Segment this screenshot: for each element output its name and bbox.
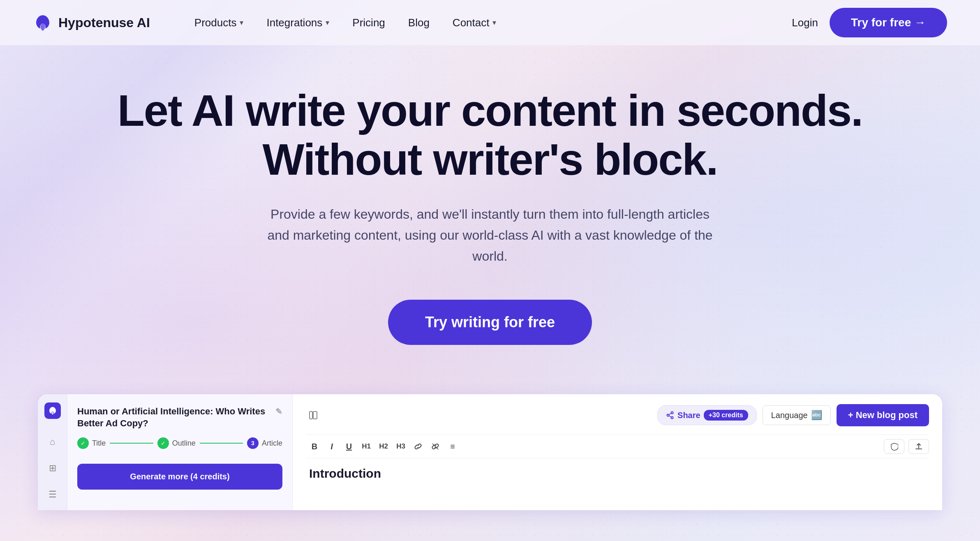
underline-button[interactable]: U [340,439,358,454]
login-link[interactable]: Login [780,13,830,32]
step-line-1 [110,443,153,444]
share-icon [666,411,674,419]
edit-icon[interactable]: ✎ [275,407,282,416]
language-icon: 🔤 [811,410,822,421]
step-line-2 [200,443,243,444]
svg-point-3 [671,417,673,419]
credits-badge: +30 credits [704,410,748,421]
sidebar-toggle-button[interactable] [306,408,321,423]
chevron-down-icon: ▾ [240,18,243,27]
step-title: ✓ Title [77,437,106,449]
progress-steps: ✓ Title ✓ Outline 3 Article [77,437,282,449]
nav-item-blog[interactable]: Blog [397,13,441,32]
svg-point-4 [667,414,669,416]
link-button[interactable] [409,439,427,454]
chevron-down-icon: ▾ [326,18,329,27]
logo-link[interactable]: Hypotenuse AI [33,13,150,32]
nav-links: Products ▾ Integrations ▾ Pricing Blog C… [183,13,780,32]
svg-rect-1 [313,412,317,419]
editor-format-bar: B I U H1 H2 H3 [306,435,929,458]
nav-item-products[interactable]: Products ▾ [183,13,255,32]
shield-button[interactable] [884,439,904,454]
chevron-down-icon: ▾ [492,18,496,27]
doc-title-text: Human or Artificial Intelligence: Who Wr… [77,406,270,429]
step-number: 3 [247,437,259,449]
step-outline: ✓ Outline [157,437,196,449]
language-button[interactable]: Language 🔤 [763,405,831,425]
svg-rect-0 [310,412,312,419]
list-button[interactable]: ≡ [444,439,461,454]
svg-point-2 [671,412,673,414]
nav-item-pricing[interactable]: Pricing [341,13,396,32]
step-check-icon: ✓ [77,437,89,449]
h2-button[interactable]: H2 [375,439,392,454]
hero-try-writing-button[interactable]: Try writing for free [388,300,592,345]
sidebar-logo-icon [48,406,58,416]
svg-line-5 [669,413,671,415]
share-button[interactable]: Share +30 credits [657,405,757,425]
editor-toolbar-left [306,408,321,423]
hero-background: Hypotenuse AI Products ▾ Integrations ▾ … [0,0,980,541]
demo-right-panel: Share +30 credits Language 🔤 + New blog … [293,394,942,510]
bold-button[interactable]: B [306,439,323,454]
document-area: Human or Artificial Intelligence: Who Wr… [67,394,292,510]
step-outline-label: Outline [172,439,196,448]
editor-heading: Introduction [309,467,926,481]
step-article-label: Article [262,439,282,448]
logo-text: Hypotenuse AI [58,15,150,30]
sidebar-item-layers[interactable]: ⊞ [45,461,60,476]
sidebar-logo [44,402,61,419]
sidebar: ⌂ ⊞ ☰ [38,394,67,510]
demo-card: ⌂ ⊞ ☰ Human or Artificial Intelligence: … [38,394,942,510]
hero-title: Let AI write your content in seconds. Wi… [33,86,947,184]
demo-section: ⌂ ⊞ ☰ Human or Artificial Intelligence: … [0,370,980,510]
demo-left-panel: ⌂ ⊞ ☰ Human or Artificial Intelligence: … [38,394,293,510]
hero-subtitle: Provide a few keywords, and we'll instan… [264,204,716,267]
new-blog-post-button[interactable]: + New blog post [837,404,929,426]
nav-item-contact[interactable]: Contact ▾ [441,13,508,32]
svg-line-6 [669,416,671,417]
h1-button[interactable]: H1 [358,439,375,454]
editor-content: Introduction [306,467,929,481]
navbar: Hypotenuse AI Products ▾ Integrations ▾ … [0,0,980,45]
generate-more-button[interactable]: Generate more (4 credits) [77,464,282,490]
sidebar-item-home[interactable]: ⌂ [45,435,60,449]
step-article: 3 Article [247,437,282,449]
nav-try-free-button[interactable]: Try for free → [830,8,947,37]
hero-section: Let AI write your content in seconds. Wi… [0,45,980,370]
logo-icon [33,13,53,32]
upload-button[interactable] [908,439,929,454]
sidebar-item-document[interactable]: ☰ [45,487,60,502]
nav-item-integrations[interactable]: Integrations ▾ [255,13,341,32]
editor-toolbar-right: Share +30 credits Language 🔤 + New blog … [657,404,929,426]
doc-title-area: Human or Artificial Intelligence: Who Wr… [77,406,282,429]
step-title-label: Title [92,439,106,448]
unlink-button[interactable] [427,439,444,454]
step-check-icon-2: ✓ [157,437,169,449]
editor-toolbar-top: Share +30 credits Language 🔤 + New blog … [306,404,929,426]
h3-button[interactable]: H3 [392,439,409,454]
format-action-buttons [884,439,929,454]
italic-button[interactable]: I [323,439,340,454]
